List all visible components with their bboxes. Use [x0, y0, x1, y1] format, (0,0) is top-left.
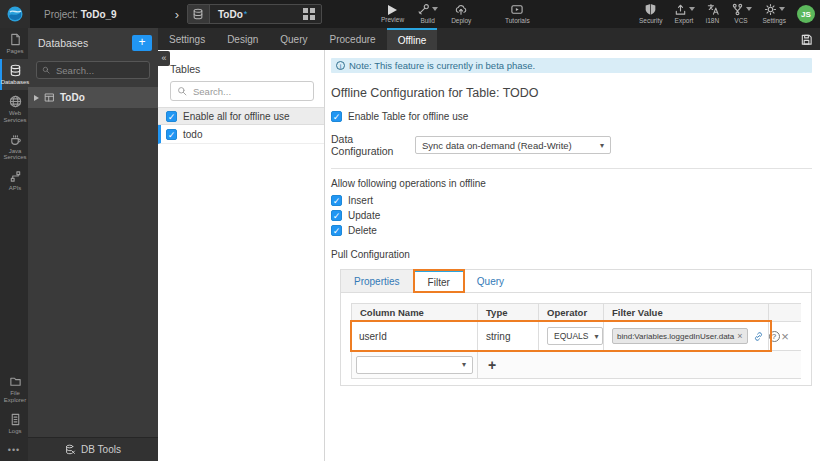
- tab-query[interactable]: Query: [269, 28, 318, 50]
- app-logo-icon[interactable]: [0, 0, 30, 28]
- tab-settings[interactable]: Settings: [158, 28, 216, 50]
- filter-value-cell: bind:Variables.loggedInUser.data × ?: [604, 322, 769, 350]
- database-icon: [9, 64, 22, 77]
- topbar-tutorials: Tutorials: [505, 0, 530, 28]
- topbar-run-actions: Preview Build Deploy: [381, 0, 471, 28]
- todo-table-checkbox[interactable]: [166, 129, 177, 140]
- deploy-button[interactable]: Deploy: [451, 3, 471, 25]
- caret-down-icon: ▾: [600, 141, 604, 150]
- settings-button[interactable]: Settings: [763, 3, 787, 25]
- artifact-tab-todo[interactable]: ToDo *: [187, 4, 322, 24]
- collapse-panel-button[interactable]: «: [158, 51, 170, 66]
- export-icon: [674, 3, 687, 16]
- activity-rail: Pages Databases Web Services Java Servic…: [0, 28, 28, 461]
- delete-checkbox[interactable]: [331, 225, 342, 236]
- branch-icon: [731, 3, 744, 16]
- offline-config-panel: i Note: This feature is currently in bet…: [325, 50, 820, 461]
- pull-tab-filter[interactable]: Filter: [414, 270, 464, 292]
- expand-arrow-icon[interactable]: [34, 95, 39, 101]
- enable-table-row[interactable]: Enable Table for offline use: [331, 111, 820, 122]
- translate-icon: [706, 3, 720, 16]
- search-icon: [177, 86, 187, 96]
- gear-icon: [764, 3, 777, 16]
- db-tools-icon: [65, 444, 76, 455]
- preview-button[interactable]: Preview: [381, 5, 404, 24]
- shield-icon: [644, 3, 657, 16]
- tutorials-button[interactable]: Tutorials: [505, 3, 530, 25]
- info-icon: i: [336, 61, 345, 70]
- add-database-button[interactable]: +: [132, 35, 152, 51]
- rail-item-java-services[interactable]: Java Services: [0, 128, 28, 166]
- operator-cell: EQUALS ▾: [539, 322, 604, 350]
- data-configuration-select[interactable]: Sync data on-demand (Read-Write) ▾: [415, 136, 611, 154]
- db-tools-button[interactable]: DB Tools: [28, 437, 158, 461]
- enable-all-checkbox[interactable]: [166, 111, 177, 122]
- tab-offline[interactable]: Offline: [387, 28, 438, 50]
- tables-panel-title: Tables: [170, 63, 324, 75]
- update-checkbox[interactable]: [331, 210, 342, 221]
- pull-tab-properties[interactable]: Properties: [341, 270, 414, 292]
- bind-value-chip[interactable]: bind:Variables.loggedInUser.data ×: [612, 328, 748, 344]
- i18n-button[interactable]: i18N: [706, 3, 720, 25]
- pull-configuration-box: Properties Filter Query Column Name Type…: [340, 269, 812, 386]
- project-title: Project: ToDo_9: [44, 9, 117, 20]
- build-button[interactable]: Build: [417, 3, 438, 25]
- caret-down-icon: [432, 7, 438, 11]
- operator-select[interactable]: EQUALS ▾: [547, 327, 603, 345]
- insert-row[interactable]: Insert: [331, 195, 820, 206]
- column-name-cell[interactable]: userId: [351, 322, 478, 350]
- deploy-icon: [454, 3, 468, 16]
- enable-all-label: Enable all for offline use: [183, 111, 290, 122]
- user-avatar[interactable]: JS: [797, 5, 815, 23]
- enable-all-offline-row[interactable]: Enable all for offline use: [158, 107, 324, 125]
- save-icon: [800, 33, 813, 46]
- rail-item-file-explorer[interactable]: File Explorer: [0, 370, 28, 408]
- databases-search-input[interactable]: [54, 64, 144, 77]
- save-button[interactable]: [793, 28, 820, 50]
- new-column-select[interactable]: ▾: [356, 356, 473, 374]
- database-tree-item-todo[interactable]: ToDo: [28, 87, 158, 108]
- tab-design[interactable]: Design: [216, 28, 269, 50]
- tables-search-input[interactable]: [191, 85, 301, 98]
- folder-icon: [9, 375, 22, 388]
- filter-grid: Column Name Type Operator Filter Value u…: [351, 303, 801, 379]
- workspace-tabbar: Settings Design Query Procedure Offline: [158, 28, 820, 50]
- caret-down-icon: [746, 7, 752, 11]
- add-filter-cell: +: [478, 351, 504, 378]
- more-options-button[interactable]: •••: [0, 439, 28, 461]
- database-icon: [188, 5, 210, 23]
- rail-item-apis[interactable]: APIs: [0, 165, 28, 196]
- coffee-icon: [9, 133, 22, 146]
- tab-procedure[interactable]: Procedure: [319, 28, 387, 50]
- enable-table-checkbox[interactable]: [331, 111, 342, 122]
- delete-row-button[interactable]: ×: [781, 330, 789, 343]
- globe-icon: [9, 95, 22, 108]
- export-button[interactable]: Export: [674, 3, 695, 25]
- delete-row[interactable]: Delete: [331, 225, 820, 236]
- play-icon: [388, 5, 397, 15]
- security-button[interactable]: Security: [639, 3, 662, 25]
- add-filter-button[interactable]: +: [488, 357, 496, 373]
- bind-link-icon[interactable]: [753, 331, 764, 342]
- databases-search[interactable]: [36, 61, 150, 79]
- search-icon: [42, 65, 50, 75]
- grid-icon[interactable]: [303, 8, 315, 20]
- pull-tab-query[interactable]: Query: [464, 270, 517, 292]
- rail-item-databases[interactable]: Databases: [0, 59, 28, 90]
- filter-grid-add-row: ▾ +: [351, 351, 801, 379]
- rail-item-web-services[interactable]: Web Services: [0, 90, 28, 128]
- tables-search[interactable]: [170, 81, 314, 101]
- operations-label: Allow following operations in offline: [331, 178, 820, 189]
- rail-item-logs[interactable]: Logs: [0, 408, 28, 439]
- build-icon: [417, 3, 430, 16]
- rail-item-pages[interactable]: Pages: [0, 28, 28, 59]
- wavemaker-studio: Project: ToDo_9 › ToDo * Preview Build D…: [0, 0, 820, 461]
- insert-checkbox[interactable]: [331, 195, 342, 206]
- table-row-todo[interactable]: todo: [158, 125, 324, 144]
- tables-panel: Tables Enable all for offline use todo: [158, 50, 325, 461]
- video-icon: [510, 3, 524, 16]
- update-row[interactable]: Update: [331, 210, 820, 221]
- pull-configuration-label: Pull Configuration: [331, 249, 820, 260]
- remove-bind-icon[interactable]: ×: [737, 331, 742, 341]
- vcs-button[interactable]: VCS: [731, 3, 752, 25]
